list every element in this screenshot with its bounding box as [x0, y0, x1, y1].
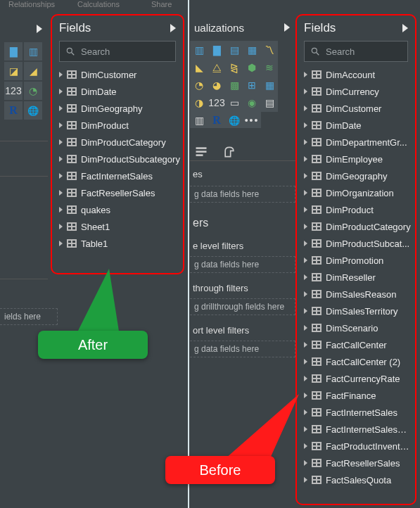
- table-row[interactable]: DimAccount: [300, 66, 412, 83]
- table-icon: [67, 121, 77, 129]
- viz-icon[interactable]: ◔: [190, 76, 208, 94]
- table-row[interactable]: FactCallCenter (2): [300, 353, 412, 370]
- table-row[interactable]: DimOrganization: [300, 184, 412, 201]
- viz-icon[interactable]: 123: [4, 82, 23, 100]
- table-row[interactable]: DimCustomer: [55, 66, 180, 83]
- table-row[interactable]: DimSalesTerritory: [300, 303, 412, 319]
- table-row[interactable]: FactResellerSales: [55, 184, 180, 201]
- table-row[interactable]: DimDate: [55, 83, 180, 100]
- table-row[interactable]: DimDate: [300, 117, 412, 134]
- viz-icon[interactable]: ▥: [24, 42, 42, 61]
- chevron-right-icon: [304, 89, 307, 94]
- chevron-right-icon: [304, 477, 307, 483]
- table-row[interactable]: DimGeography: [300, 167, 412, 184]
- fields-tab-icon[interactable]: [194, 145, 208, 159]
- table-icon: [312, 205, 322, 214]
- search-input[interactable]: Search: [59, 41, 176, 62]
- table-row[interactable]: FactInternetSales: [55, 167, 180, 184]
- table-row[interactable]: DimProductSubcat...: [300, 235, 412, 252]
- chevron-right-icon: [304, 241, 307, 246]
- dropzone-report-filters[interactable]: g data fields here: [190, 341, 295, 357]
- table-row[interactable]: DimPromotion: [300, 252, 412, 269]
- viz-icon[interactable]: ◑: [190, 94, 208, 112]
- dropzone-page-filters[interactable]: g data fields here: [190, 256, 295, 273]
- chevron-right-icon: [59, 106, 63, 111]
- viz-icon[interactable]: ⬢: [243, 58, 261, 77]
- r-icon[interactable]: R: [208, 111, 226, 128]
- viz-icon[interactable]: ◉: [243, 94, 261, 112]
- dropzone-left[interactable]: ields here: [0, 308, 58, 325]
- viz-icon[interactable]: ⊞: [243, 76, 261, 94]
- viz-icon[interactable]: ◢: [24, 62, 42, 80]
- viz-icon[interactable]: ▦: [260, 76, 279, 94]
- chevron-right-icon[interactable]: [402, 24, 408, 32]
- globe-icon[interactable]: 🌐: [24, 101, 42, 120]
- chevron-right-icon: [59, 190, 63, 196]
- chevron-right-icon[interactable]: [170, 24, 176, 32]
- r-icon[interactable]: R: [4, 101, 23, 120]
- collapse-viz-mid[interactable]: [284, 18, 290, 37]
- format-tabs[interactable]: [194, 145, 236, 159]
- table-row[interactable]: DimProduct: [300, 201, 412, 218]
- chevron-right-icon: [304, 291, 307, 297]
- viz-icon[interactable]: ◪: [4, 62, 23, 80]
- table-row[interactable]: DimReseller: [300, 269, 412, 286]
- viz-icon[interactable]: ⧎: [225, 58, 243, 77]
- table-icon: [67, 70, 77, 79]
- viz-icon[interactable]: 123: [208, 94, 226, 112]
- table-row[interactable]: FactInternetSalesRe...: [300, 421, 412, 438]
- table-row[interactable]: DimProductCategory: [55, 134, 180, 151]
- viz-icon-more[interactable]: •••: [243, 111, 261, 128]
- table-row[interactable]: DimProductCategory: [300, 218, 412, 235]
- viz-icon[interactable]: ≋: [260, 58, 279, 77]
- table-icon: [312, 138, 322, 146]
- table-row[interactable]: DimSalesReason: [300, 286, 412, 303]
- viz-icon[interactable]: ▩: [225, 76, 243, 94]
- viz-icon[interactable]: ▤: [260, 94, 279, 112]
- viz-icon[interactable]: ⧋: [208, 58, 226, 77]
- fields-label: Fields: [59, 21, 91, 35]
- collapse-viz-left[interactable]: [37, 20, 42, 38]
- viz-icon[interactable]: ▭: [225, 94, 243, 112]
- table-row[interactable]: DimProduct: [55, 117, 180, 134]
- table-row[interactable]: FactResellerSales: [300, 455, 412, 471]
- table-row[interactable]: FactSalesQuota: [300, 471, 412, 488]
- svg-marker-2: [74, 269, 120, 339]
- table-row[interactable]: FactFinance: [300, 387, 412, 404]
- viz-icon[interactable]: ◕: [208, 76, 226, 94]
- table-row[interactable]: DimEmployee: [300, 151, 412, 167]
- viz-palette-left[interactable]: ▇ ▥ ◪ ◢ 123 ◔ R 🌐: [4, 42, 42, 120]
- table-row[interactable]: FactInternetSales: [300, 404, 412, 421]
- dropzone-values[interactable]: g data fields here: [190, 186, 295, 203]
- table-row[interactable]: DimProductSubcategory: [55, 151, 180, 167]
- chevron-right-icon: [59, 72, 63, 77]
- viz-icon[interactable]: ◣: [190, 58, 208, 77]
- chevron-right-icon: [304, 106, 307, 111]
- viz-icon[interactable]: ▥: [190, 41, 208, 59]
- table-row[interactable]: DimDepartmentGr...: [300, 134, 412, 151]
- table-row[interactable]: Sheet1: [55, 218, 180, 235]
- viz-icon[interactable]: ▇: [208, 41, 226, 59]
- globe-icon[interactable]: 🌐: [225, 111, 243, 128]
- viz-icon[interactable]: 〽: [260, 41, 279, 59]
- search-input[interactable]: Search: [304, 41, 408, 62]
- table-row[interactable]: FactProductInventory: [300, 438, 412, 455]
- field-name: DimProductCategory: [326, 222, 412, 232]
- format-tab-icon[interactable]: [222, 145, 236, 159]
- table-icon: [312, 70, 322, 79]
- dropzone-drillthrough[interactable]: g drillthrough fields here: [190, 298, 295, 315]
- viz-icon[interactable]: ▤: [225, 41, 243, 59]
- table-row[interactable]: quakes: [55, 201, 180, 218]
- viz-icon[interactable]: ▥: [190, 111, 208, 128]
- table-row[interactable]: DimCustomer: [300, 100, 412, 117]
- table-row[interactable]: DimCurrency: [300, 83, 412, 100]
- table-row[interactable]: FactCallCenter: [300, 336, 412, 353]
- viz-icon[interactable]: ◔: [24, 82, 42, 100]
- table-row[interactable]: FactCurrencyRate: [300, 370, 412, 387]
- viz-icon[interactable]: ▦: [243, 41, 261, 59]
- table-row[interactable]: Table1: [55, 235, 180, 252]
- chevron-right-icon: [304, 258, 307, 263]
- viz-icon[interactable]: ▇: [4, 42, 23, 61]
- table-row[interactable]: DimGeography: [55, 100, 180, 117]
- table-row[interactable]: DimScenario: [300, 319, 412, 336]
